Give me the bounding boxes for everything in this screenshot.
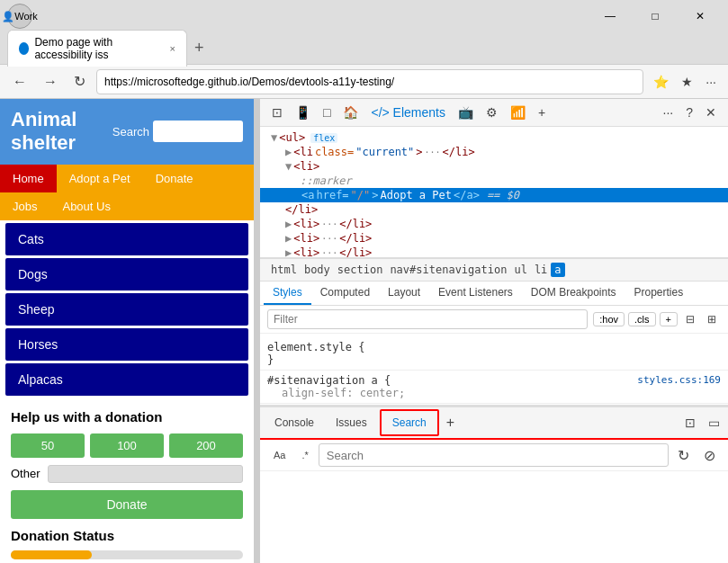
add-panel-button[interactable]: + [441, 412, 460, 433]
site-nav: Home Adopt a Pet Donate Jobs About Us [0, 165, 254, 220]
back-button[interactable]: ← [7, 72, 32, 92]
search-clear-button[interactable]: ⊘ [698, 445, 721, 466]
html-line-marker[interactable]: ::marker [260, 174, 728, 188]
bc-body[interactable]: body [301, 263, 334, 277]
bc-nav[interactable]: nav#sitenavigation [386, 263, 510, 277]
nav-donate[interactable]: Donate [143, 165, 206, 192]
sidebar-horses[interactable]: Horses [5, 328, 248, 361]
html-line-li-current[interactable]: ▶ <li class="current"> ··· </li> [260, 145, 728, 159]
cls-filter[interactable]: .cls [628, 312, 656, 326]
more-icon[interactable]: ··· [701, 72, 721, 92]
hov-filter[interactable]: :hov [593, 312, 625, 326]
search-results [260, 471, 728, 563]
new-tab-button[interactable]: + [187, 39, 211, 58]
nav-rule-property: align-self: center; [267, 387, 721, 399]
bc-html[interactable]: html [267, 263, 301, 277]
elements-tool[interactable]: </> Elements [366, 103, 450, 122]
match-case-button[interactable]: Aa [267, 447, 292, 463]
bc-a[interactable]: a [551, 263, 564, 277]
favorites-icon[interactable]: ★ [677, 72, 697, 92]
sources-tool[interactable]: ⚙ [481, 103, 502, 122]
elements-tree: ▼ <ul> flex ▶ <li class="current"> ··· <… [260, 127, 728, 258]
close-devtools[interactable]: ✕ [701, 103, 721, 122]
toolbar-icons: ⭐ ★ ··· [649, 72, 721, 92]
bc-ul[interactable]: ul [510, 263, 530, 277]
sidebar-dogs[interactable]: Dogs [5, 258, 248, 290]
undock-icon[interactable]: ⊡ [680, 413, 700, 433]
add-tool[interactable]: + [534, 103, 550, 122]
regex-button[interactable]: .* [295, 447, 314, 463]
sidebar-sheep[interactable]: Sheep [5, 293, 248, 326]
tab-favicon [19, 42, 29, 55]
search-input[interactable] [319, 443, 669, 467]
collections-icon[interactable]: ⭐ [649, 72, 673, 92]
more-tools[interactable]: ··· [659, 103, 679, 122]
tab-computed[interactable]: Computed [311, 282, 379, 305]
styles-tabs: Styles Computed Layout Event Listeners D… [260, 282, 728, 306]
sidebar-alpacas[interactable]: Alpacas [5, 363, 248, 396]
bc-li[interactable]: li [531, 263, 551, 277]
html-line-li3[interactable]: ▶ <li> ··· </li> [260, 231, 728, 246]
home-tool[interactable]: 🏠 [338, 103, 363, 122]
html-line-a-selected[interactable]: <a href="/"> Adopt a Pet </a> == $0 [260, 188, 728, 202]
search-label: Search [112, 125, 149, 139]
tab-styles[interactable]: Styles [264, 282, 311, 305]
tab-close-button[interactable]: × [170, 43, 175, 54]
issues-tab[interactable]: Issues [325, 411, 378, 434]
html-line-li4[interactable]: ▶ <li> ··· </li> [260, 246, 728, 258]
device-tool[interactable]: 📱 [291, 103, 315, 122]
amount-100-button[interactable]: 100 [90, 433, 164, 458]
nav-adopt[interactable]: Adopt a Pet [57, 165, 143, 192]
html-line-li-close[interactable]: </li> [260, 202, 728, 217]
maximize-button[interactable]: □ [634, 0, 676, 32]
html-line-li-open[interactable]: ▼ <li> [260, 159, 728, 174]
amount-200-button[interactable]: 200 [169, 433, 243, 458]
donate-button[interactable]: Donate [11, 490, 243, 519]
elements-panel-btn[interactable]: □ [319, 103, 335, 122]
tab-event-listeners[interactable]: Event Listeners [429, 282, 522, 305]
nav-rule-selector: #sitenavigation a { styles.css:169 [267, 374, 721, 387]
styles-panel: element.style { } #sitenavigation a { st… [260, 334, 728, 406]
tab-dom-breakpoints[interactable]: DOM Breakpoints [522, 282, 625, 305]
other-input[interactable] [48, 465, 243, 483]
help-tool[interactable]: ? [681, 103, 697, 122]
profile-icon: 👤 [2, 11, 14, 22]
progress-bar [11, 550, 92, 559]
html-line-ul[interactable]: ▼ <ul> flex [260, 130, 728, 145]
html-line-li2[interactable]: ▶ <li> ··· </li> [260, 217, 728, 231]
wifi-tool[interactable]: 📶 [506, 103, 530, 122]
nav-jobs[interactable]: Jobs [0, 192, 49, 220]
dock-icon[interactable]: ▭ [704, 413, 724, 433]
styles-filter-input[interactable] [267, 309, 588, 329]
tab-layout[interactable]: Layout [379, 282, 429, 305]
progress-bar-container [11, 550, 243, 559]
website-panel: Animal shelter Search Home Adopt a Pet D… [0, 99, 255, 563]
amount-50-button[interactable]: 50 [11, 433, 85, 458]
tab-properties[interactable]: Properties [625, 282, 693, 305]
donation-amounts: 50 100 200 [11, 433, 243, 458]
site-search-input[interactable] [153, 121, 243, 142]
active-tab[interactable]: Demo page with accessibility iss × [7, 30, 187, 67]
tab-title: Demo page with accessibility iss [34, 36, 160, 61]
inspect-tool[interactable]: ⊡ [267, 103, 287, 122]
minimize-button[interactable]: — [589, 0, 631, 32]
refresh-button[interactable]: ↻ [68, 71, 91, 92]
nav-about[interactable]: About Us [49, 192, 122, 220]
new-style-rule-icon[interactable]: ⊞ [703, 310, 721, 328]
console-tab[interactable]: Console [264, 411, 325, 434]
toggle-sidebar-icon[interactable]: ⊟ [681, 310, 699, 328]
address-input[interactable] [96, 69, 643, 94]
style-link[interactable]: styles.css:169 [637, 374, 721, 386]
forward-button[interactable]: → [38, 72, 63, 92]
add-filter[interactable]: + [660, 312, 678, 326]
nav-home[interactable]: Home [0, 165, 57, 192]
bc-section[interactable]: section [334, 263, 387, 277]
search-tab[interactable]: Search [380, 409, 439, 436]
network-tool[interactable]: 📺 [454, 103, 478, 122]
close-button[interactable]: ✕ [679, 0, 721, 32]
profile-button[interactable]: 👤 Work [7, 4, 32, 29]
search-toolbar: Aa .* ↻ ⊘ [260, 440, 728, 471]
sidebar-cats[interactable]: Cats [5, 223, 248, 255]
window-controls: — □ ✕ [589, 0, 721, 32]
search-refresh-button[interactable]: ↻ [672, 445, 695, 466]
